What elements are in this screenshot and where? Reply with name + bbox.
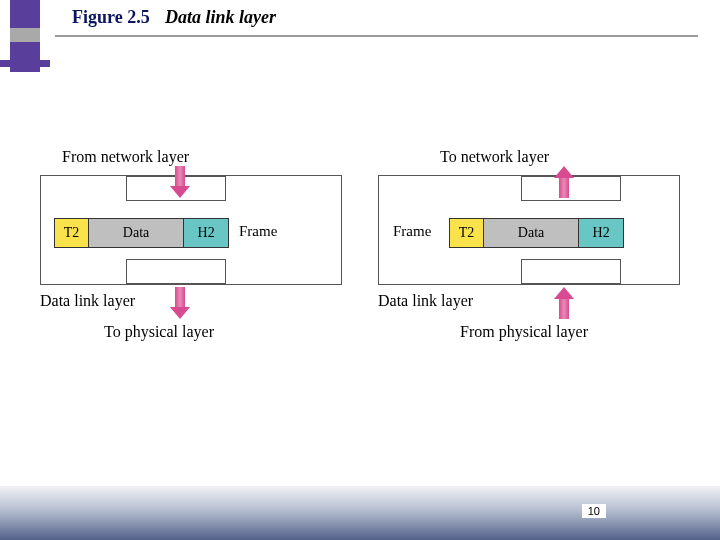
frame-label-right: Frame bbox=[393, 223, 431, 240]
segment-data-r: Data bbox=[484, 219, 579, 247]
label-to-network: To network layer bbox=[440, 148, 549, 166]
inner-bot-right bbox=[521, 259, 621, 284]
label-from-physical: From physical layer bbox=[460, 323, 588, 341]
label-from-network: From network layer bbox=[62, 148, 189, 166]
arrow-into-sender bbox=[170, 166, 190, 198]
header-block-top bbox=[10, 0, 40, 28]
arrow-out-receiver bbox=[554, 166, 574, 198]
arrow-out-sender bbox=[170, 287, 190, 319]
header-block-bot bbox=[10, 42, 40, 72]
sender-panel: T2 Data H2 Frame bbox=[40, 175, 342, 285]
label-dll-right: Data link layer bbox=[378, 292, 473, 310]
label-dll-left: Data link layer bbox=[40, 292, 135, 310]
receiver-frame-strip: T2 Data H2 bbox=[449, 218, 624, 248]
receiver-panel: T2 Data H2 Frame bbox=[378, 175, 680, 285]
arrow-into-receiver bbox=[554, 287, 574, 319]
figure-label: Figure 2.5 bbox=[72, 7, 150, 28]
inner-bot-left bbox=[126, 259, 226, 284]
segment-header-r: H2 bbox=[579, 219, 623, 247]
sender-frame-strip: T2 Data H2 bbox=[54, 218, 229, 248]
segment-header: H2 bbox=[184, 219, 228, 247]
footer-band bbox=[0, 486, 720, 540]
segment-data: Data bbox=[89, 219, 184, 247]
segment-trailer-r: T2 bbox=[450, 219, 484, 247]
header-stripe bbox=[0, 60, 50, 67]
figure-title: Data link layer bbox=[165, 7, 276, 28]
label-to-physical: To physical layer bbox=[104, 323, 214, 341]
header-block-mid bbox=[10, 28, 40, 42]
page-number: 10 bbox=[582, 504, 606, 518]
frame-label-left: Frame bbox=[239, 223, 277, 240]
header-rule bbox=[55, 35, 698, 37]
segment-trailer: T2 bbox=[55, 219, 89, 247]
